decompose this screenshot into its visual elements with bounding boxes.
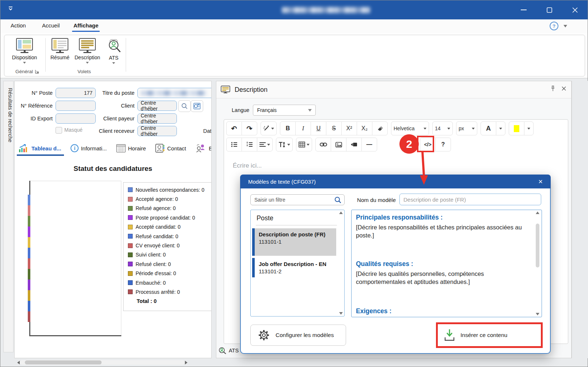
clear-format-button[interactable] <box>372 121 388 135</box>
ats-search-person-icon <box>105 38 122 53</box>
minimize-button[interactable] <box>520 6 528 14</box>
font-family-select[interactable]: Helvetica <box>391 121 429 135</box>
insert-content-button[interactable]: Insérer ce contenu <box>444 329 507 342</box>
chart-axis-bars <box>28 195 30 322</box>
dialog-launcher-icon[interactable] <box>35 70 39 74</box>
maximize-button[interactable] <box>545 6 553 14</box>
legend-swatch <box>128 243 133 248</box>
unit-select[interactable]: px <box>456 121 477 135</box>
video-button[interactable] <box>346 138 362 151</box>
tab-action[interactable]: Action <box>9 22 27 29</box>
poste-field[interactable]: 177 <box>56 88 96 98</box>
editor-placeholder[interactable]: Écrire ici... <box>233 162 262 169</box>
description-pane-button[interactable]: Description <box>73 38 102 64</box>
filter-input[interactable] <box>250 194 345 205</box>
highlight-color-button[interactable] <box>509 121 524 135</box>
masque-checkbox[interactable] <box>56 127 62 134</box>
legend-label: CV envoyé client: 0 <box>136 243 180 248</box>
client-receveur-field[interactable]: Centre d'héber <box>137 126 177 136</box>
client-search-button[interactable] <box>178 100 191 112</box>
image-button[interactable] <box>331 138 346 151</box>
client-field[interactable]: Centre d'héber <box>137 101 177 111</box>
chevron-down-icon <box>112 62 115 64</box>
bar-segment <box>28 290 30 301</box>
ribbon-group-general: Général <box>15 69 39 74</box>
link-button[interactable] <box>315 138 331 151</box>
numbered-list-button[interactable] <box>242 138 257 151</box>
close-panel-icon[interactable] <box>562 86 566 91</box>
strikethrough-button[interactable]: S <box>326 121 342 135</box>
dialog-close-icon[interactable]: × <box>538 178 543 185</box>
highlight-dropdown[interactable] <box>524 121 534 135</box>
collapse-ribbon-icon[interactable] <box>564 25 567 27</box>
list-scrollbar[interactable] <box>338 211 343 315</box>
superscript-button[interactable]: X² <box>341 121 357 135</box>
scroll-up-icon[interactable] <box>339 211 343 214</box>
description-monitor-icon <box>221 86 230 94</box>
legend-item: Refusé candidat: 0 <box>128 232 211 241</box>
ats-bottom-tab[interactable]: ATS <box>219 347 239 354</box>
summary-monitor-icon <box>52 38 68 53</box>
italic-button[interactable]: I <box>295 121 311 135</box>
help-icon[interactable]: ? <box>550 22 558 30</box>
reference-label: N° Référence <box>20 103 53 109</box>
tab-contact[interactable]: Contact <box>155 143 186 153</box>
scroll-down-icon[interactable] <box>536 313 539 315</box>
masque-label: Masqué <box>64 127 83 133</box>
eraser-icon <box>377 126 383 131</box>
font-color-button[interactable]: A <box>481 121 496 135</box>
line-height-button[interactable] <box>276 138 293 151</box>
link-icon <box>320 142 327 147</box>
template-preview[interactable]: Principales responsabilités : [Décrire l… <box>351 210 542 317</box>
tab-accueil[interactable]: Accueil <box>41 22 61 29</box>
bullet-list-button[interactable] <box>226 138 242 151</box>
disposition-button[interactable]: Disposition <box>9 38 40 64</box>
preview-scrollbar[interactable] <box>535 211 540 315</box>
scroll-thumb[interactable] <box>25 360 102 364</box>
legend-item: Accepté agence: 0 <box>128 194 211 203</box>
subscript-button[interactable]: X₂ <box>357 121 372 135</box>
horizontal-scrollbar[interactable] <box>17 360 187 365</box>
pin-icon[interactable] <box>551 86 555 91</box>
template-list-item[interactable]: Job offer Description - EN 113101-2 <box>252 258 336 277</box>
configure-templates-button[interactable]: Configurer les modèles <box>250 325 346 346</box>
table-button[interactable] <box>296 138 312 151</box>
magic-wand-button[interactable] <box>261 121 277 135</box>
font-color-dropdown[interactable] <box>496 121 505 135</box>
ats-button[interactable]: ATS <box>103 38 124 64</box>
scroll-up-icon[interactable] <box>536 211 539 214</box>
scroll-right-icon[interactable] <box>185 361 187 364</box>
underline-button[interactable]: U <box>311 121 326 135</box>
right-gutter <box>572 81 588 358</box>
legend-swatch <box>128 262 133 266</box>
reference-field[interactable] <box>56 101 96 111</box>
bold-button[interactable]: B <box>280 121 296 135</box>
tab-tableau[interactable]: Tableau d... <box>18 143 61 153</box>
undo-button[interactable]: ↶ <box>226 121 242 135</box>
tab-horaire[interactable]: Horaire <box>116 144 146 153</box>
legend-swatch <box>128 187 133 192</box>
scroll-thumb[interactable] <box>536 224 539 267</box>
tab-affichage[interactable]: Affichage <box>72 22 100 29</box>
editor-help-button[interactable]: ? <box>435 138 451 151</box>
client-preview-button[interactable] <box>191 100 203 112</box>
titre-field[interactable] <box>137 88 212 98</box>
redo-button[interactable]: ↷ <box>242 121 257 135</box>
langue-select[interactable]: Français <box>253 105 316 116</box>
search-results-rail[interactable]: Résultats de recherche <box>3 81 14 352</box>
resume-button[interactable]: Résumé <box>48 38 72 60</box>
client-payeur-field[interactable]: Centre d'héber <box>137 113 177 124</box>
scroll-left-icon[interactable] <box>17 361 20 364</box>
template-name-field[interactable] <box>399 194 541 205</box>
tab-informations[interactable]: i Informati... <box>71 144 107 152</box>
tab-emplacement[interactable]: Em <box>196 143 212 153</box>
font-size-select[interactable]: 14 <box>432 121 453 135</box>
horizontal-rule-button[interactable]: — <box>361 138 377 151</box>
scroll-down-icon[interactable] <box>339 312 343 315</box>
close-button[interactable] <box>571 6 579 14</box>
chart-legend-items: Nouvelles correspondances: 0Accepté agen… <box>128 185 211 297</box>
template-list-item[interactable]: Description de poste (FR) 113101-1 <box>252 228 336 256</box>
id-export-field[interactable] <box>56 113 96 124</box>
app-menu-icon[interactable] <box>8 6 14 11</box>
align-button[interactable] <box>257 138 273 151</box>
